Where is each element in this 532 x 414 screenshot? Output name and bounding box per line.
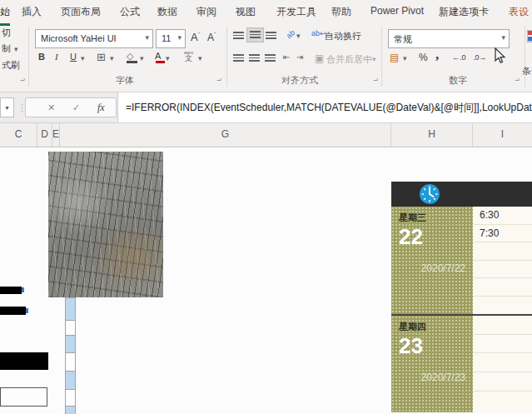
time-cell[interactable] bbox=[473, 392, 532, 411]
tab-new-tab[interactable]: 新建选项卡 bbox=[439, 5, 489, 19]
column-header-i[interactable]: I bbox=[473, 123, 532, 147]
redacted-text-bar bbox=[0, 307, 26, 315]
borders-dropdown-icon[interactable]: ▾ bbox=[110, 54, 114, 62]
insert-function-button[interactable]: fx bbox=[97, 102, 105, 114]
percent-style-button[interactable]: % bbox=[419, 52, 428, 63]
accounting-dropdown-icon[interactable]: ▾ bbox=[403, 54, 407, 62]
wood-texture-image[interactable] bbox=[48, 152, 163, 297]
decrease-indent-icon[interactable]: ⇤ bbox=[283, 52, 290, 62]
increase-decimal-button[interactable]: ←.0 bbox=[452, 53, 466, 62]
orientation-icon[interactable]: ab bbox=[285, 28, 296, 40]
time-cell[interactable] bbox=[473, 316, 532, 335]
tab-view[interactable]: 视图 bbox=[236, 5, 256, 19]
cell-highlight[interactable] bbox=[66, 406, 75, 414]
formula-input[interactable]: =IFERROR(INDEX(EventScheduler,MATCH(DATE… bbox=[117, 92, 532, 122]
number-dialog-launcher-icon[interactable]: ⌐ bbox=[515, 77, 520, 83]
column-header-c[interactable]: C bbox=[0, 123, 37, 147]
phonetic-guide-icon[interactable]: wen文 bbox=[184, 49, 193, 62]
accounting-format-icon[interactable]: ▤ bbox=[390, 52, 399, 63]
align-top-icon[interactable] bbox=[233, 31, 244, 41]
worksheet-grid[interactable]: 星期三 22 2020/7/22 6:30 7:30 星期四 23 bbox=[0, 147, 532, 414]
clock-icon bbox=[419, 183, 440, 205]
column-header-e[interactable]: E bbox=[52, 123, 60, 147]
cancel-button[interactable]: ✕ bbox=[47, 102, 55, 113]
time-cell[interactable] bbox=[473, 242, 532, 261]
tab-page-layout[interactable]: 页面布局 bbox=[61, 5, 101, 19]
format-painter-button-partial[interactable]: 式刷 bbox=[2, 59, 20, 72]
column-header-h[interactable]: H bbox=[391, 123, 473, 147]
time-cell[interactable] bbox=[473, 372, 532, 392]
date-label: 2020/7/23 bbox=[391, 372, 473, 383]
font-name-combo[interactable]: Microsoft YaHei UI ▾ bbox=[35, 29, 153, 48]
outlined-cell-box[interactable] bbox=[0, 387, 47, 407]
time-column-thu bbox=[473, 316, 532, 412]
time-cell[interactable] bbox=[473, 278, 532, 297]
comma-style-button[interactable]: , bbox=[435, 47, 439, 63]
redaction-cursor-mark bbox=[22, 287, 24, 292]
phonetic-dropdown-icon[interactable]: ▾ bbox=[198, 54, 202, 62]
enter-button[interactable]: ✓ bbox=[72, 102, 80, 113]
align-middle-icon[interactable] bbox=[247, 28, 263, 42]
font-name-dropdown-icon[interactable]: ▾ bbox=[145, 33, 149, 42]
increase-indent-icon[interactable]: ⇥ bbox=[296, 52, 303, 62]
tab-power-pivot[interactable]: Power Pivot bbox=[370, 5, 424, 17]
align-right-icon[interactable] bbox=[265, 53, 276, 63]
align-bottom-icon[interactable] bbox=[266, 31, 276, 41]
copy-button-partial[interactable]: 制 bbox=[2, 42, 11, 55]
tab-insert[interactable]: 插入 bbox=[22, 5, 42, 19]
cell-highlight[interactable] bbox=[66, 297, 75, 320]
font-color-dropdown-icon[interactable]: ▾ bbox=[166, 54, 170, 62]
day-number: 22 bbox=[391, 224, 473, 249]
time-cell[interactable] bbox=[473, 353, 532, 372]
cell-highlight[interactable] bbox=[66, 335, 75, 352]
conditional-formatting-icon[interactable] bbox=[527, 30, 532, 47]
tab-table-design-partial[interactable]: 表设 bbox=[509, 5, 529, 19]
font-color-button[interactable]: A bbox=[155, 51, 161, 61]
copy-dropdown-icon[interactable]: ▾ bbox=[14, 45, 18, 53]
cell-highlight[interactable] bbox=[66, 371, 75, 389]
tab-developer[interactable]: 开发工具 bbox=[276, 5, 316, 19]
bold-button[interactable]: B bbox=[38, 52, 45, 62]
cell[interactable] bbox=[66, 389, 75, 406]
shrink-font-button[interactable]: Aˇ bbox=[207, 31, 216, 43]
cell[interactable] bbox=[66, 320, 75, 335]
font-dialog-launcher-icon[interactable]: ⌐ bbox=[216, 77, 221, 83]
alignment-dialog-launcher-icon[interactable]: ⌐ bbox=[373, 77, 378, 83]
grow-font-button[interactable]: Aˆ bbox=[191, 31, 200, 43]
tab-help[interactable]: 帮助 bbox=[331, 5, 351, 19]
time-cell[interactable] bbox=[473, 261, 532, 279]
column-header-g[interactable]: G bbox=[60, 123, 391, 147]
italic-button[interactable]: I bbox=[55, 52, 58, 62]
font-size-dropdown-icon[interactable]: ▾ bbox=[177, 33, 181, 42]
borders-icon[interactable]: ⊞ bbox=[97, 51, 106, 63]
fill-color-icon[interactable]: ◇ bbox=[127, 51, 133, 62]
time-cell[interactable]: 7:30 bbox=[473, 225, 532, 243]
decrease-decimal-button[interactable]: .0→ bbox=[473, 53, 487, 62]
conditional-formatting-label-partial[interactable]: 条件 bbox=[522, 65, 532, 77]
column-header-d[interactable]: D bbox=[37, 123, 52, 147]
tab-formulas[interactable]: 公式 bbox=[120, 5, 140, 19]
time-cell[interactable] bbox=[473, 297, 532, 315]
font-size-combo[interactable]: 11 ▾ bbox=[156, 29, 186, 48]
event-scheduler-calendar: 星期三 22 2020/7/22 6:30 7:30 星期四 23 bbox=[391, 182, 532, 414]
orientation-dropdown-icon[interactable]: ▾ bbox=[296, 32, 301, 40]
calendar-date-cell-wed[interactable]: 星期三 22 2020/7/22 bbox=[391, 207, 473, 314]
time-cell[interactable]: 6:30 bbox=[473, 207, 532, 225]
tab-review[interactable]: 审阅 bbox=[196, 5, 216, 19]
underline-button[interactable]: U bbox=[70, 52, 77, 62]
number-format-dropdown-icon[interactable]: ▾ bbox=[501, 33, 505, 42]
wrap-text-icon[interactable]: ab↩ bbox=[311, 29, 326, 37]
number-format-combo[interactable]: 常规 ▾ bbox=[388, 29, 510, 48]
align-center-icon[interactable] bbox=[249, 53, 260, 63]
align-left-icon[interactable] bbox=[233, 53, 244, 63]
wrap-text-button[interactable]: 自动换行 bbox=[325, 30, 361, 42]
name-box-partial[interactable]: ▾ bbox=[0, 97, 14, 117]
clipboard-dialog-launcher-icon[interactable]: ⌐ bbox=[20, 77, 25, 83]
cut-button-partial[interactable]: 切 bbox=[2, 27, 11, 39]
cell[interactable] bbox=[66, 352, 75, 371]
calendar-date-cell-thu[interactable]: 星期四 23 2020/7/23 bbox=[391, 316, 473, 412]
fill-color-dropdown-icon[interactable]: ▾ bbox=[140, 54, 144, 62]
time-cell[interactable] bbox=[473, 335, 532, 354]
underline-dropdown-icon[interactable]: ▾ bbox=[81, 54, 85, 62]
tab-data[interactable]: 数据 bbox=[157, 5, 177, 19]
